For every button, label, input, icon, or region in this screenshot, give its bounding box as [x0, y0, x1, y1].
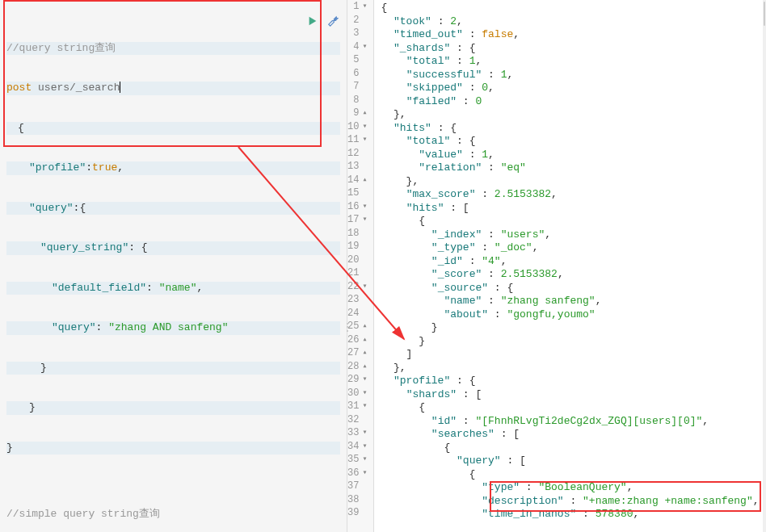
line-number: 30▾ — [347, 387, 368, 400]
fold-icon[interactable]: ▾ — [360, 400, 368, 413]
line-number: 17▾ — [347, 213, 368, 227]
request-editor[interactable]: //query string查询 post users/_search { "p… — [0, 0, 347, 532]
line-number: 16▾ — [347, 200, 368, 214]
code-line[interactable]: ] — [381, 348, 759, 362]
code-line[interactable]: "max_score" : 2.5153382, — [381, 188, 759, 202]
line-number: 7 — [347, 80, 368, 94]
code-line[interactable]: } — [381, 321, 759, 335]
fold-icon[interactable]: ▾ — [360, 387, 368, 400]
fold-icon[interactable]: ▾ — [360, 133, 368, 147]
code-line[interactable]: "about" : "gongfu,youmo" — [381, 308, 759, 322]
code-line[interactable]: "_score" : 2.5153382, — [381, 268, 759, 282]
pane-resize-handle[interactable]: ⋮ — [343, 321, 351, 333]
line-number: 29▾ — [347, 373, 368, 387]
code-line[interactable]: { — [381, 401, 759, 415]
fold-icon[interactable]: ▾ — [360, 200, 368, 214]
line-number: 10▾ — [347, 120, 368, 134]
line-number: 8 — [347, 94, 368, 107]
code-line[interactable]: { — [381, 468, 759, 482]
scroll-thumb[interactable] — [764, 2, 765, 26]
code-line[interactable]: "_shards" : { — [381, 42, 759, 56]
line-number: 3 — [347, 27, 368, 40]
fold-icon[interactable]: ▾ — [360, 213, 368, 227]
line-number: 39 — [347, 506, 368, 520]
response-viewer-pane: 1▾234▾56789▴10▾11▾121314▴1516▾17▾1819202… — [347, 0, 766, 532]
comment: //query string查询 — [6, 42, 116, 54]
line-number: 32 — [347, 413, 368, 427]
code-line[interactable]: "_id" : "4", — [381, 255, 759, 269]
line-number: 22▾ — [347, 280, 368, 294]
line-number: 12 — [347, 147, 368, 161]
fold-icon[interactable]: ▴ — [360, 320, 368, 333]
fold-icon[interactable]: ▾ — [360, 453, 368, 467]
fold-icon[interactable]: ▾ — [360, 440, 368, 454]
fold-icon[interactable]: ▴ — [360, 107, 368, 120]
code-line[interactable]: "successful" : 1, — [381, 69, 759, 82]
code-line[interactable]: "_source" : { — [381, 282, 759, 295]
code-line[interactable]: "name" : "zhang sanfeng", — [381, 295, 759, 308]
fold-icon[interactable]: ▴ — [360, 174, 368, 187]
code-line[interactable]: { — [381, 215, 759, 228]
fold-icon[interactable]: ▾ — [360, 426, 368, 440]
fold-icon[interactable]: ▾ — [360, 40, 368, 54]
code-line[interactable]: "total" : 1, — [381, 55, 759, 69]
code-line[interactable]: "took" : 2, — [381, 15, 759, 29]
line-number: 4▾ — [347, 40, 368, 54]
code-line[interactable]: "description" : "+name:zhang +name:sanfe… — [381, 495, 759, 509]
line-number: 14▴ — [347, 174, 368, 187]
code-line[interactable]: "searches" : [ — [381, 428, 759, 442]
fold-icon[interactable]: ▾ — [360, 120, 368, 134]
wrench-icon[interactable] — [326, 15, 339, 30]
line-number: 19 — [347, 240, 368, 253]
line-number: 38 — [347, 493, 368, 507]
line-number: 11▾ — [347, 133, 368, 147]
code-line[interactable]: "total" : { — [381, 135, 759, 149]
line-number: 15 — [347, 186, 368, 200]
response-json[interactable]: { "took" : 2, "timed_out" : false, "_sha… — [374, 0, 762, 532]
code-line[interactable]: }, — [381, 362, 759, 375]
code-line[interactable]: "type" : "BooleanQuery", — [381, 481, 759, 495]
code-line[interactable]: } — [381, 335, 759, 349]
line-number: 28▴ — [347, 360, 368, 374]
code-line[interactable]: "query" : [ — [381, 455, 759, 468]
comment: //simple query string查询 — [6, 508, 160, 520]
code-line[interactable]: "hits" : { — [381, 122, 759, 136]
http-method: post — [6, 82, 32, 94]
line-number: 35▾ — [347, 453, 368, 467]
text-cursor — [120, 82, 120, 93]
request-editor-pane[interactable]: //query string查询 post users/_search { "p… — [0, 0, 347, 532]
code-line[interactable]: }, — [381, 108, 759, 122]
line-number: 31▾ — [347, 400, 368, 413]
code-line[interactable]: "profile" : { — [381, 375, 759, 388]
code-line[interactable]: "id" : "[FhnhRLvgTi2deCg2dx_ZGQ][users][… — [381, 415, 759, 429]
fold-icon[interactable]: ▾ — [360, 467, 368, 480]
line-number: 5 — [347, 53, 368, 67]
code-line[interactable]: "failed" : 0 — [381, 95, 759, 109]
code-line[interactable]: "shards" : [ — [381, 388, 759, 402]
code-line[interactable]: { — [381, 2, 759, 15]
line-number: 36▾ — [347, 467, 368, 480]
fold-icon[interactable]: ▾ — [360, 280, 368, 294]
code-line[interactable]: "skipped" : 0, — [381, 82, 759, 95]
fold-icon[interactable]: ▾ — [360, 0, 368, 14]
code-line[interactable]: "_type" : "_doc", — [381, 241, 759, 255]
code-line[interactable]: "value" : 1, — [381, 149, 759, 162]
code-line[interactable]: "timed_out" : false, — [381, 28, 759, 42]
play-icon[interactable] — [307, 15, 318, 30]
fold-icon[interactable]: ▴ — [360, 333, 368, 347]
code-line[interactable]: "time_in_nanos" : 578380, — [381, 508, 759, 522]
code-line[interactable]: "hits" : [ — [381, 202, 759, 216]
line-number: 23 — [347, 293, 368, 307]
line-number: 27▴ — [347, 346, 368, 360]
fold-icon[interactable]: ▴ — [360, 346, 368, 360]
scrollbar[interactable] — [763, 0, 766, 532]
fold-icon[interactable]: ▴ — [360, 360, 368, 374]
line-number: 34▾ — [347, 440, 368, 454]
code-line[interactable]: }, — [381, 175, 759, 189]
code-line[interactable]: "relation" : "eq" — [381, 161, 759, 175]
line-number: 21 — [347, 266, 368, 280]
code-line[interactable]: { — [381, 442, 759, 455]
code-line[interactable]: "_index" : "users", — [381, 228, 759, 242]
line-number: 33▾ — [347, 426, 368, 440]
fold-icon[interactable]: ▾ — [360, 373, 368, 387]
